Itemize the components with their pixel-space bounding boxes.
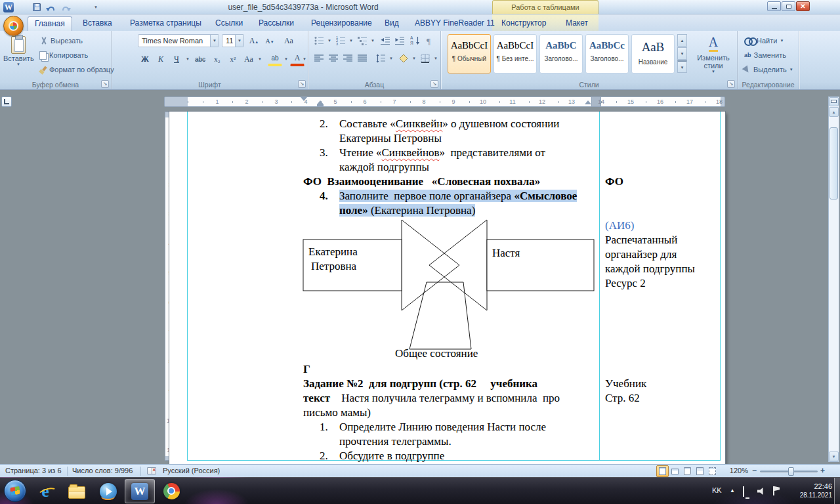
underline-button[interactable]: Ч [169,52,184,66]
right-col-line[interactable]: каждой подгруппы [605,262,695,276]
tab-references[interactable]: Ссылки [209,16,249,31]
first-line-indent-marker[interactable] [301,97,307,101]
taskbar-chrome[interactable] [156,479,186,503]
increase-indent-button[interactable] [392,33,407,48]
superscript-button[interactable]: x² [226,52,240,66]
style-heading1[interactable]: АаBbCЗаголово... [539,34,583,74]
align-left-button[interactable] [312,51,326,66]
font-size-combo[interactable]: 11▼ [222,34,244,47]
style-normal[interactable]: АаBbCcI¶ Обычный [448,34,491,74]
font-dialog-launcher[interactable]: ↘ [298,80,306,88]
tab-insert[interactable]: Вставка [76,16,119,31]
clipboard-dialog-launcher[interactable]: ↘ [101,80,109,88]
proofing-status-icon[interactable] [147,467,156,474]
task2-line1[interactable]: Задание №2 для подгрупп (стр. 62 учебник… [303,377,537,391]
bold-button[interactable]: Ж [138,52,152,66]
font-color-dropdown[interactable]: ▼ [301,52,308,66]
change-styles-button[interactable]: А Изменить стили ▼ [692,34,735,76]
list-item-4-line2[interactable]: поле» (Екатерина Петровна) [339,203,475,218]
right-col-fo[interactable]: ФО [605,175,623,189]
redo-button[interactable] [59,1,72,12]
tab-table-layout[interactable]: Макет [559,16,595,31]
tab-home[interactable]: Главная [28,16,72,31]
close-button[interactable]: ✕ [796,1,810,11]
taskbar-explorer[interactable] [62,479,92,503]
right-indent-marker[interactable] [585,100,591,104]
styles-scroll-down[interactable]: ▼ [677,47,687,60]
right-col-line[interactable]: органайзер для [605,247,677,262]
select-button[interactable]: Выделить▼ [742,63,796,76]
zoom-slider-thumb[interactable] [788,467,794,476]
tab-page-layout[interactable]: Разметка страницы [123,16,208,31]
language-indicator[interactable]: Русский (Россия) [163,467,220,474]
shading-button[interactable] [396,51,411,66]
bullets-button[interactable] [312,33,326,48]
format-painter-button[interactable]: Формат по образцу [37,63,117,76]
justify-button[interactable] [355,51,369,66]
view-web-layout-button[interactable] [681,465,694,477]
diagram-funnel-shape[interactable] [410,282,471,349]
tab-mailings[interactable]: Рассылки [252,16,301,31]
line-spacing-dropdown[interactable]: ▼ [387,51,395,66]
decrease-indent-button[interactable] [378,33,392,48]
taskbar-internet-explorer[interactable]: e [30,479,60,503]
styles-dialog-launcher[interactable]: ↘ [727,80,735,88]
numbering-button[interactable]: 123 [333,33,348,48]
styles-gallery-expand[interactable]: ▼ [677,60,687,73]
font-name-combo[interactable]: Times New Roman▼ [138,34,219,47]
clock[interactable]: 22:46 28.11.2021 [786,482,832,500]
diagram-bottom-label[interactable]: Общее состояние [395,346,478,361]
list-item-4-line1[interactable]: 4.Заполните первое поле органайзера «Смы… [320,189,577,203]
italic-button[interactable]: К [154,52,168,66]
align-right-button[interactable] [341,51,355,66]
copy-button[interactable]: Копировать [37,49,91,62]
show-desktop-button[interactable] [834,478,840,504]
show-paragraph-marks-button[interactable]: ¶ [423,33,437,48]
taskbar-word-active[interactable]: W [125,479,155,503]
horizontal-ruler[interactable]: 1 2 3 4 5 6 7 8 9 10 11 12 13 14 15 16 1… [164,96,725,107]
shading-dropdown[interactable]: ▼ [410,51,418,66]
view-fullscreen-button[interactable] [669,465,681,477]
list-item-3-line1[interactable]: 3.Чтение «Синквейнов» представителями от [320,146,545,160]
style-no-spacing[interactable]: АаBbCcI¶ Без инте... [494,34,537,74]
cut-button[interactable]: Вырезать [37,34,85,47]
word-count[interactable]: Число слов: 9/996 [72,467,133,474]
right-col-ai6[interactable]: (АИ6) [605,219,634,233]
borders-dropdown[interactable]: ▼ [432,51,440,66]
clear-formatting-button[interactable]: Аа [280,33,298,48]
numbering-dropdown[interactable]: ▼ [347,33,355,48]
change-case-dropdown[interactable]: ▼ [256,52,264,66]
task2-line2[interactable]: текст Настя получила телеграмму и вспомн… [303,391,560,406]
save-button[interactable] [30,1,43,12]
highlight-dropdown[interactable]: ▼ [282,52,290,66]
paste-button[interactable]: Вставить ▼ [3,33,34,79]
vertical-scrollbar[interactable]: ▲ ▼ [828,96,839,462]
paragraph-dialog-launcher[interactable]: ↘ [430,80,438,88]
tab-abbyy-finereader[interactable]: ABBYY FineReader 11 [408,16,501,31]
tab-stop-selector[interactable] [1,96,12,107]
strikethrough-button[interactable]: abc [193,52,207,66]
undo-button[interactable] [45,1,58,12]
taskbar-media-player[interactable] [93,479,123,503]
multilevel-dropdown[interactable]: ▼ [369,33,377,48]
zoom-slider-track[interactable] [760,471,818,472]
language-indicator-tray[interactable]: KK [712,486,722,494]
multilevel-list-button[interactable] [355,33,369,48]
styles-scroll-up[interactable]: ▲ [677,34,687,47]
zoom-out-button[interactable]: − [752,466,757,475]
highlight-button[interactable]: ab [268,52,282,66]
sort-button[interactable]: АЯ [408,33,423,48]
right-col-book[interactable]: Учебник [605,377,646,391]
style-heading2[interactable]: АаBbCcЗаголово... [585,34,629,74]
diagram-left-label-line2[interactable]: Петровна [311,259,356,274]
scroll-down-button[interactable]: ▼ [829,452,839,461]
change-case-button[interactable]: Аа [242,52,256,66]
tab-table-design[interactable]: Конструктор [495,16,553,31]
list-item-2-line1[interactable]: 2.Составьте «Синквейн» о душевном состоя… [320,117,559,131]
right-col-line[interactable]: Ресурс 2 [605,276,646,291]
shrink-font-button[interactable]: А▼ [262,33,277,48]
zoom-level[interactable]: 120% [723,467,748,474]
start-button[interactable] [4,480,26,502]
task-item-2[interactable]: 2.Обсудите в подгруппе [320,449,444,463]
office-button[interactable] [3,16,24,36]
